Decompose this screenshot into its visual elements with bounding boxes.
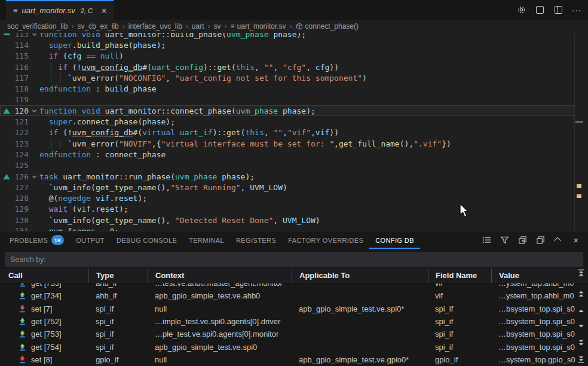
table-row[interactable]: get [754]spi_ifapb_gpio_simple_test.ve.s…	[0, 340, 588, 353]
column-header-type[interactable]: Type	[88, 269, 148, 283]
scroll-up-icon[interactable]	[577, 307, 585, 315]
line-number[interactable]: 129	[13, 205, 29, 214]
page-down-icon[interactable]	[577, 339, 585, 347]
column-header-applicable-to[interactable]: Applicable To	[292, 269, 428, 283]
code-line-125[interactable]: 125	[0, 160, 575, 171]
breadcrumb-item[interactable]: uart	[192, 22, 204, 30]
panel-tab-problems[interactable]: PROBLEMS1K	[4, 231, 70, 249]
panel-tab-terminal[interactable]: TERMINAL	[183, 231, 230, 249]
filter-icon[interactable]	[500, 236, 509, 245]
cell-context: null	[148, 304, 292, 313]
line-number[interactable]: 115	[13, 51, 29, 60]
line-number[interactable]: 126	[13, 172, 29, 181]
breadcrumb-item[interactable]: connect_phase()	[296, 22, 359, 30]
code-line-117[interactable]: 117 │ │ `uvm_error("NOCONFIG", "uart_con…	[0, 72, 575, 83]
panel-tab-output[interactable]: OUTPUT	[70, 231, 111, 249]
line-number[interactable]: 131	[13, 227, 29, 231]
code-line-129[interactable]: 129 wait (vif.reset);	[0, 204, 575, 215]
panel-tab-label: PROBLEMS	[10, 237, 48, 244]
line-number[interactable]: 116	[13, 63, 29, 72]
table-row[interactable]: get [733]ahb_if…test.ve.ahb0.master_agen…	[0, 283, 588, 289]
line-number[interactable]: 120	[13, 106, 29, 115]
cell-context: …ple_test.ve.spi0.agents[0].monitor	[148, 330, 292, 338]
line-number[interactable]: 128	[13, 194, 29, 203]
table-row[interactable]: set [8]gpio_ifnullapb_gpio_simple_test.v…	[0, 353, 588, 366]
code-line-131[interactable]: 131 num_frames = 0;	[0, 225, 575, 231]
view-as-list-icon[interactable]	[482, 236, 491, 245]
gutter-triangle-icon[interactable]	[0, 108, 13, 114]
table-row[interactable]: set [7]spi_ifnullapb_gpio_simple_test.ve…	[0, 303, 588, 315]
column-header-call[interactable]: Call	[0, 269, 88, 283]
breadcrumb-item[interactable]: sv_cb_ex_lib	[77, 22, 118, 30]
line-number[interactable]: 114	[13, 41, 29, 50]
code-line-119[interactable]: 119	[0, 94, 575, 105]
scroll-down-icon[interactable]	[577, 321, 585, 330]
breadcrumb-item[interactable]: sv	[214, 22, 221, 30]
table-row[interactable]: get [753]spi_if…ple_test.ve.spi0.agents[…	[0, 328, 588, 340]
line-number[interactable]: 127	[13, 183, 29, 192]
more-actions-icon[interactable]: ···	[571, 5, 582, 16]
tab-uart-monitor[interactable]: ≡ uart_monitor.sv 2, C ×	[6, 0, 114, 20]
settings-gear-icon[interactable]	[516, 5, 526, 16]
line-number[interactable]: 119	[13, 95, 29, 104]
code-line-128[interactable]: 128 @(negedge vif.reset);	[0, 193, 575, 203]
cell-value: …bsystem_top.spi_s0	[491, 330, 588, 338]
fold-chevron-icon[interactable]	[29, 108, 39, 114]
line-number[interactable]: 113	[13, 33, 29, 39]
code-line-114[interactable]: 114 super.build_phase(phase);	[0, 39, 575, 50]
panel-tab-factory-overrides[interactable]: FACTORY OVERRIDES	[282, 231, 369, 249]
line-number[interactable]: 118	[13, 84, 29, 93]
search-input[interactable]	[5, 252, 583, 267]
cell-type: ahb_if	[88, 283, 148, 288]
code-line-118[interactable]: 118endfunction : build_phase	[0, 83, 575, 94]
column-header-value[interactable]: Value	[491, 269, 588, 283]
line-number[interactable]: 130	[13, 216, 29, 225]
code-line-130[interactable]: 130 `uvm_info(get_type_name(), "Detected…	[0, 215, 575, 225]
code-line-123[interactable]: 123 │ │ `uvm_error("NOVIF",{"virtual int…	[0, 138, 575, 149]
code-editor[interactable]: 113function void uart_monitor::build_pha…	[0, 33, 588, 231]
get-arrow-icon	[18, 291, 27, 300]
fold-chevron-icon[interactable]	[29, 33, 39, 37]
code-line-121[interactable]: 121 super.connect_phase(phase);	[0, 116, 575, 127]
close-tab-icon[interactable]: ×	[102, 6, 106, 16]
vscode-window: ≡ uart_monitor.sv 2, C × ··· soc_verific…	[0, 0, 588, 366]
code-line-115[interactable]: 115 if (cfg == null)	[0, 51, 575, 62]
panel-tab-registers[interactable]: REGISTERS	[230, 231, 282, 249]
line-number[interactable]: 122	[13, 128, 29, 137]
breadcrumb-item[interactable]: soc_verification_lib	[7, 22, 68, 30]
code-line-122[interactable]: 122 if (!uvm_config_db#(virtual uart_if)…	[0, 127, 575, 138]
panel-tab-debug-console[interactable]: DEBUG CONSOLE	[111, 231, 183, 249]
split-editor-icon[interactable]	[553, 5, 564, 16]
panel-tab-config-db[interactable]: CONFIG DB	[369, 231, 420, 249]
line-number[interactable]: 123	[13, 139, 29, 148]
customize-layout-icon[interactable]	[534, 5, 545, 16]
code-line-124[interactable]: 124endfunction : connect_phase	[0, 149, 575, 160]
gutter-dash-icon[interactable]	[0, 33, 13, 35]
code-line-113[interactable]: 113function void uart_monitor::build_pha…	[0, 33, 575, 39]
fold-chevron-icon[interactable]	[29, 174, 39, 179]
line-number[interactable]: 125	[13, 161, 29, 170]
scroll-to-bottom-icon[interactable]	[577, 355, 585, 363]
table-row[interactable]: get [734]ahb_ifapb_gpio_simple_test.ve.a…	[0, 289, 588, 302]
column-header-field-name[interactable]: Field Name	[428, 269, 491, 283]
line-number[interactable]: 117	[13, 74, 29, 83]
breadcrumb-item[interactable]: interface_uvc_lib	[128, 22, 182, 30]
maximize-panel-icon[interactable]	[553, 236, 563, 245]
call-label: get [734]	[31, 291, 62, 300]
table-row[interactable]: get [752]spi_if…imple_test.ve.spi0.agent…	[0, 315, 588, 328]
line-number[interactable]: 124	[13, 150, 29, 159]
code-line-126[interactable]: 126task uart_monitor::run_phase(uvm_phas…	[0, 171, 575, 182]
page-up-icon[interactable]	[577, 290, 585, 298]
scroll-to-top-icon[interactable]	[577, 269, 585, 277]
code-line-116[interactable]: 116 │ if (!uvm_config_db#(uart_config)::…	[0, 62, 575, 72]
new-window-plus-icon[interactable]	[517, 236, 527, 245]
code-line-120[interactable]: 120function void uart_monitor::connect_p…	[0, 105, 575, 116]
column-header-context[interactable]: Context	[148, 269, 292, 283]
breadcrumb-item[interactable]: ≡uart_monitor.sv	[231, 22, 286, 30]
overview-ruler[interactable]	[574, 33, 588, 231]
gutter-triangle-icon[interactable]	[0, 174, 13, 179]
line-number[interactable]: 121	[13, 117, 29, 126]
duplicate-window-icon[interactable]	[535, 236, 545, 245]
code-line-127[interactable]: 127 `uvm_info(get_type_name(),"Start Run…	[0, 182, 575, 193]
scrollbar-thumb[interactable]	[575, 121, 583, 123]
